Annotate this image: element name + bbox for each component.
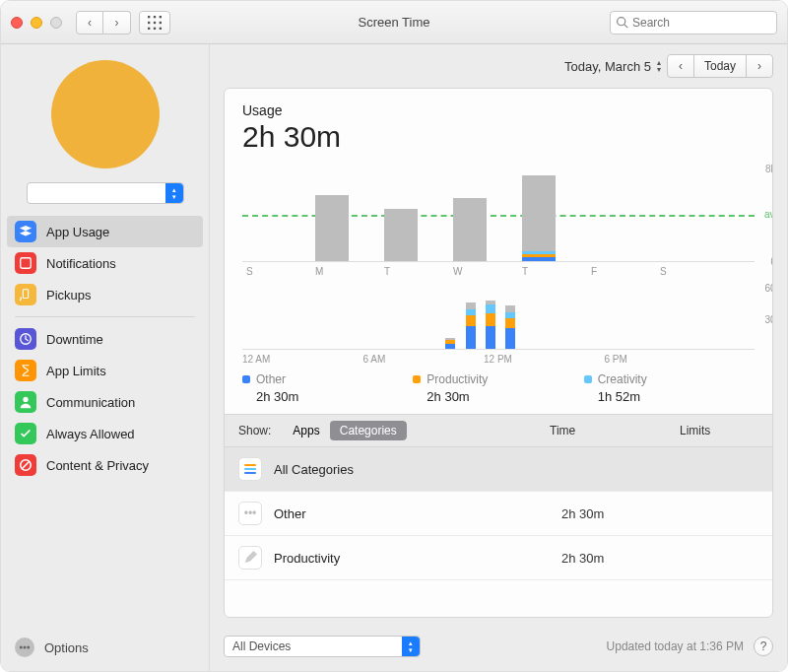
category-row-all[interactable]: All Categories [225,447,772,492]
sidebar-item-label: App Limits [46,364,106,378]
show-apps-button[interactable]: Apps [283,421,329,440]
legend-item: Productivity2h 30m [413,372,583,404]
usage-panel: Usage 2h 30m 8h avg 0 SMTWTFS 60m 30m 0 … [224,88,773,618]
show-all-prefs-button[interactable] [139,11,170,34]
legend-name: Productivity [427,372,488,386]
today-button[interactable]: Today [693,55,747,77]
legend-item: Other2h 30m [242,372,413,404]
sidebar-item-always-allowed[interactable]: Always Allowed [1,418,209,449]
device-select[interactable]: All Devices ▴▾ [224,636,421,657]
category-row-other[interactable]: •••Other2h 30m [225,492,772,536]
svg-rect-0 [148,16,150,18]
sidebar-item-app-usage[interactable]: App Usage [7,216,203,247]
bell-square-icon [15,252,36,274]
hour-labels: 12 AM6 AM12 PM6 PM [242,354,725,365]
layers-icon [15,221,36,242]
sidebar-item-downtime[interactable]: Downtime [1,323,209,355]
show-categories-button[interactable]: Categories [330,421,407,440]
search-wrap [610,11,777,34]
legend: Other2h 30mProductivity2h 30mCreativity1… [242,372,755,404]
sidebar-item-communication[interactable]: Communication [1,386,209,418]
options-label: Options [44,640,89,655]
category-row-productivity[interactable]: Productivity2h 30m [225,536,772,580]
sidebar-item-label: App Usage [46,225,109,239]
grid-icon [148,16,162,30]
legend-name: Creativity [598,372,647,386]
show-row: Show: Apps Categories Time Limits [225,414,772,447]
search-icon [616,16,628,29]
col-time-header: Time [550,424,668,437]
updated-label: Updated today at 1:36 PM [607,639,744,653]
svg-point-18 [20,646,23,649]
svg-rect-4 [154,21,156,23]
stack-icon [238,457,262,481]
dots-icon: ••• [238,502,262,525]
check-icon [15,423,36,444]
weekday-labels: SMTWTFS [242,266,725,277]
legend-value: 1h 52m [584,389,755,404]
category-rows: All Categories•••Other2h 30mProductivity… [225,447,772,617]
chevron-down-icon: ▾ [657,66,661,73]
svg-point-19 [27,646,30,649]
show-label: Show: [238,424,271,437]
pen-icon [238,546,262,570]
day-nav: ‹ Today › [667,54,773,78]
prev-day-button[interactable]: ‹ [668,55,693,77]
search-input[interactable] [610,11,777,34]
y-avg-label: avg [764,209,773,220]
zoom-window-button[interactable] [50,17,62,29]
svg-rect-12 [23,290,28,299]
col-limits-header: Limits [680,424,758,437]
usage-total: 2h 30m [242,120,755,154]
user-section: ▴▾ [1,44,209,208]
svg-rect-5 [160,21,162,23]
legend-swatch [584,375,592,383]
minimize-window-button[interactable] [31,17,42,29]
close-window-button[interactable] [11,17,23,29]
svg-rect-11 [21,258,32,269]
svg-line-10 [624,24,627,27]
sidebar-list: App UsageNotificationsPickupsDowntimeApp… [1,208,209,481]
sidebar-item-label: Notifications [46,256,116,271]
svg-rect-3 [148,21,150,23]
sidebar-item-content-privacy[interactable]: Content & Privacy [1,449,209,481]
sidebar-options[interactable]: Options [1,628,209,671]
help-button[interactable]: ? [754,637,773,656]
y-zero-label: 0 [770,256,773,267]
nosign-icon [15,454,36,476]
svg-rect-6 [148,27,150,29]
legend-value: 2h 30m [413,389,583,404]
pickup-icon [15,284,36,305]
legend-name: Other [256,372,286,386]
svg-rect-2 [160,16,162,18]
legend-swatch [413,375,421,383]
svg-line-16 [23,462,30,469]
row-label: All Categories [274,462,561,477]
date-row: Today, March 5 ▴ ▾ ‹ Today › [210,44,787,84]
sidebar-item-pickups[interactable]: Pickups [1,279,209,310]
legend-swatch [242,375,250,383]
stepper-icon: ▴▾ [165,183,183,203]
svg-point-9 [618,17,625,25]
svg-point-17 [24,646,27,649]
sidebar-item-label: Pickups [46,288,92,302]
sidebar-item-notifications[interactable]: Notifications [1,247,209,279]
titlebar: ‹ › Screen Time [1,1,787,44]
user-avatar [51,60,160,168]
user-select[interactable]: ▴▾ [27,182,184,204]
next-day-button[interactable]: › [747,55,772,77]
nav-back-button[interactable]: ‹ [76,11,103,34]
date-stepper[interactable]: ▴ ▾ [657,59,661,73]
y-30m-label: 30m [765,314,773,325]
nav-forward-button[interactable]: › [103,11,131,34]
legend-item: Creativity1h 52m [584,372,755,404]
svg-rect-8 [160,27,162,29]
person-icon [15,391,36,413]
weekly-usage-chart: 8h avg 0 [242,168,755,262]
stepper-icon: ▴▾ [402,637,420,656]
options-icon [15,638,34,657]
svg-rect-20 [244,464,256,466]
svg-rect-1 [154,16,156,18]
sidebar-item-app-limits[interactable]: App Limits [1,355,209,386]
y-60m-label: 60m [765,283,773,294]
